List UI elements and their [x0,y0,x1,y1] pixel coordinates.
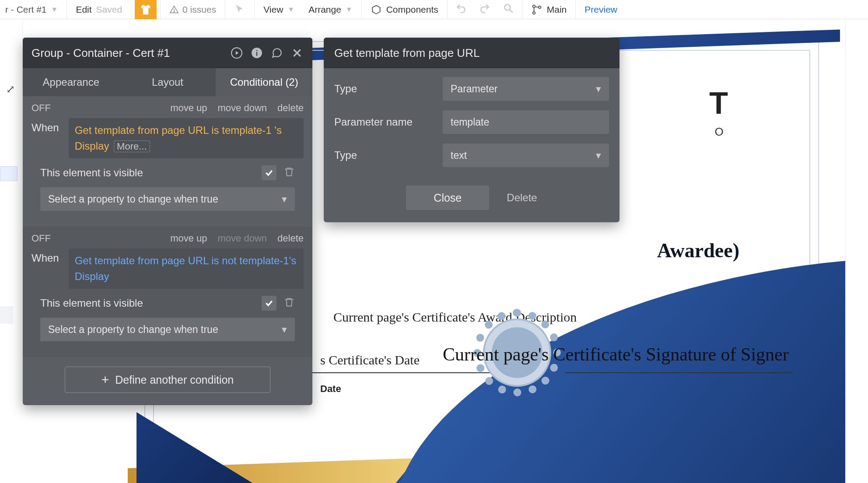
property-select[interactable]: Select a property to change when true ▾ [40,187,295,211]
svg-point-6 [539,6,541,8]
svg-line-3 [510,10,513,13]
move-up-button[interactable]: move up [170,102,207,114]
chevron-down-icon: ▾ [596,150,601,161]
svg-rect-9 [256,52,257,56]
condition-block-2: OFF move up move down delete When Get te… [23,227,312,357]
svg-point-4 [533,5,535,7]
awardee-text[interactable]: Awardee) [657,239,739,262]
right-rail [845,19,868,483]
condition-expression[interactable]: Get template from page URL is not templa… [69,248,304,289]
tab-conditional[interactable]: Conditional (2) [216,68,312,96]
type2-label: Type [334,149,435,161]
svg-point-2 [504,4,510,10]
tab-layout[interactable]: Layout [119,68,216,96]
when-label: When [32,248,59,264]
parameter-name-label: Parameter name [334,116,435,128]
save-status: Saved [96,4,122,15]
panel-title: Group - Container - Cert #1 [32,46,223,60]
when-label: When [32,118,59,134]
condition-state: OFF [32,233,51,244]
signature-underline [565,372,793,373]
svg-point-1 [174,11,175,12]
date-value-text[interactable]: s Certificate's Date [320,353,420,368]
chevron-down-icon: ▼ [51,6,58,14]
panel-tabs: Appearance Layout Conditional (2) [23,68,312,96]
delete-condition-button[interactable]: delete [277,102,304,114]
preview-button[interactable]: Preview [579,0,623,19]
play-icon[interactable] [230,46,243,60]
move-up-button[interactable]: move up [170,233,207,244]
chevron-down-icon: ▼ [287,6,294,14]
left-rail-segment [0,306,13,324]
expression-popup: Get template from page URL Type Paramete… [324,38,620,222]
tab-appearance[interactable]: Appearance [23,68,119,96]
trash-icon[interactable] [284,166,295,179]
delete-condition-button[interactable]: delete [277,233,304,244]
type2-select[interactable]: text ▾ [443,144,609,167]
edit-menu[interactable]: Edit [76,4,91,15]
arrange-menu[interactable]: Arrange ▼ [303,0,358,19]
parameter-name-input[interactable]: template [443,110,609,134]
chevron-down-icon: ▼ [346,6,353,14]
plus-icon: + [102,372,109,387]
cursor-tool[interactable] [229,0,251,19]
close-icon[interactable] [290,46,304,60]
more-link[interactable]: More... [114,140,150,152]
issues-label: 0 issues [182,4,216,15]
condition-state: OFF [32,102,51,114]
close-button[interactable]: Close [406,186,489,210]
top-toolbar: r - Cert #1 ▼ Edit Saved 0 issues View ▼… [0,0,868,19]
expand-icon[interactable]: ⤢ [6,83,15,95]
visible-checkbox[interactable] [262,165,276,180]
visible-label: This element is visible [40,297,255,309]
property-select[interactable]: Select a property to change when true ▾ [40,318,295,341]
left-highlight [0,166,18,181]
certificate-heading: T O [709,86,731,139]
popup-title[interactable]: Get template from page URL [324,38,620,68]
chevron-down-icon: ▾ [282,193,287,205]
search-button[interactable] [498,3,518,16]
comment-icon[interactable] [270,46,284,60]
delete-button[interactable]: Delete [507,192,537,204]
trash-icon[interactable] [284,297,295,310]
redo-button[interactable] [475,3,495,16]
issues-button[interactable]: 0 issues [164,0,221,19]
svg-point-5 [533,11,535,14]
element-breadcrumb[interactable]: r - Cert #1 ▼ [0,0,63,19]
panel-header[interactable]: Group - Container - Cert #1 [23,38,312,68]
type-label: Type [334,83,435,95]
chevron-down-icon: ▾ [282,324,287,336]
element-name: r - Cert #1 [5,4,47,15]
left-rail: ⤢ [0,19,23,89]
condition-block-1: OFF move up move down delete When Get te… [23,96,312,227]
undo-button[interactable] [451,3,471,16]
move-down-button[interactable]: move down [218,233,267,244]
visible-label: This element is visible [40,167,255,179]
condition-expression[interactable]: Get template from page URL is template-1… [69,118,304,158]
svg-rect-10 [256,50,257,51]
tshirt-icon[interactable] [135,0,157,19]
property-editor-panel: Group - Container - Cert #1 Appearance L… [23,38,312,405]
add-condition-button[interactable]: + Define another condition [65,367,270,393]
branch-menu[interactable]: Main [526,0,572,19]
visible-checkbox[interactable] [262,296,276,311]
signature-text[interactable]: Current page's Certificate's Signature o… [443,344,789,365]
chevron-down-icon: ▾ [596,83,601,95]
move-down-button[interactable]: move down [218,102,267,114]
components-button[interactable]: Components [365,0,444,19]
view-menu[interactable]: View ▼ [258,0,300,19]
date-label: Date [320,383,341,395]
info-icon[interactable] [250,46,263,60]
type-select[interactable]: Parameter ▾ [443,77,609,101]
